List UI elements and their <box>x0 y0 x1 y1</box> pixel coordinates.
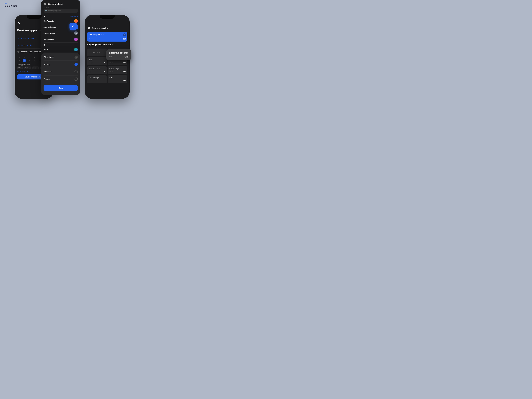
executive-package-card[interactable]: Executive package 1 hr $40 <box>87 66 107 74</box>
cal-day-5[interactable]: 5 <box>37 59 41 62</box>
service-price: $40 <box>103 71 105 73</box>
scissors-icon <box>17 44 20 47</box>
service-selected-checkmark: ✓ <box>123 33 126 36</box>
select-client-title: Select a client <box>48 3 63 5</box>
tooltip-duration: 1 hr <box>109 56 112 58</box>
select-service-title: Select a service <box>92 27 108 29</box>
morning-label: Morning <box>44 63 75 65</box>
selected-service-name: Men's clipper cut <box>89 34 126 36</box>
search-icon: 🔍 <box>45 10 47 12</box>
section-b-header: B <box>44 44 78 46</box>
afternoon-option[interactable]: Afternoon <box>41 68 80 75</box>
search-label: SEARCH <box>44 7 78 8</box>
tooltip-service-name: Executive package <box>109 51 128 54</box>
service-price: $40 <box>123 62 126 64</box>
client-row-caroline-arwen[interactable]: Caroline Arwen CA <box>44 30 78 36</box>
search-placeholder: Start typing name <box>48 10 61 12</box>
morning-option[interactable]: Morning ✓ <box>41 61 80 68</box>
cal-letter-w: W <box>32 57 36 58</box>
evening-option[interactable]: Evening <box>41 76 80 83</box>
svg-point-2 <box>19 45 19 46</box>
filter-times-title: Filter times <box>44 56 54 58</box>
head-massage-card-2[interactable]: Head massage <box>87 75 107 83</box>
service-price: $40 <box>123 80 126 82</box>
selected-service-duration: 30 min <box>89 38 93 40</box>
client-avatar <box>74 38 78 41</box>
section-letter-a: A <box>44 15 45 17</box>
service-duration: 30 min <box>89 62 93 64</box>
phone-filter-times: Filter times × Morning ✓ Afternoon Eveni… <box>41 53 80 95</box>
no-thanks-card[interactable]: No, thanks <box>87 49 107 56</box>
clock-icon <box>17 64 19 65</box>
filter-close-button[interactable]: × <box>75 56 78 59</box>
afternoon-label: Afternoon <box>44 71 75 73</box>
no-thanks-label: No, thanks <box>93 52 101 53</box>
service-duration: 1 hr <box>89 71 91 73</box>
cal-day-4[interactable]: 4 <box>32 59 36 62</box>
section-letter-b: B <box>44 44 45 46</box>
client-avatar <box>74 48 78 51</box>
cal-letter-s: S <box>17 57 22 58</box>
client-row-mel-b[interactable]: Mel B <box>44 47 78 53</box>
time-slot-9am[interactable]: 9:00am <box>17 66 23 69</box>
service-meta: 30 min $40 <box>89 62 105 64</box>
service-meta: 30 min $40 <box>109 62 126 64</box>
morning-radio: ✓ <box>75 63 78 66</box>
tooltip-price: $40 <box>125 55 128 58</box>
color-card[interactable]: Color 30 min $40 <box>87 57 107 65</box>
page-title: BOOKING <box>5 5 17 7</box>
service-name: Head massage <box>89 77 105 79</box>
add-section: Anything you wish to add? <box>85 44 130 49</box>
close-button-service[interactable] <box>87 26 91 30</box>
cal-letter-m: M <box>22 57 27 58</box>
service-name: Unique design <box>109 68 126 70</box>
client-avatar <box>74 19 78 23</box>
filter-times-header: Filter times × <box>41 53 80 61</box>
selected-service-card: Men's clipper cut 30 min $40 ✓ <box>87 32 127 42</box>
add-section-title: Anything you wish to add? <box>87 44 127 46</box>
suggested-times-label: Suggested times <box>19 64 30 65</box>
phone-notch-4 <box>100 15 115 19</box>
client-row-ben-augustin-2[interactable]: Ben Augustin <box>44 36 78 43</box>
client-name: Ben Augustin <box>44 38 74 40</box>
client-name: Ben Augustin <box>44 20 74 22</box>
svg-point-1 <box>18 45 18 46</box>
service-duration: 30 min <box>109 62 113 64</box>
service-name: Executive package <box>89 68 105 70</box>
service-name: Color <box>89 59 105 61</box>
afternoon-radio <box>75 70 78 73</box>
service-duration: 30 min <box>109 71 113 73</box>
phone-notch <box>27 15 42 19</box>
time-slot-10am[interactable]: 10:00am <box>24 66 31 69</box>
svg-point-0 <box>18 38 19 38</box>
cal-day-3[interactable]: 3 <box>27 59 32 62</box>
svg-rect-3 <box>18 51 19 52</box>
divider <box>44 83 78 83</box>
filter-save-button[interactable]: Save <box>44 85 78 91</box>
tooltip-meta: 1 hr $40 <box>109 55 128 58</box>
client-name: Mel B <box>44 49 74 51</box>
select-service-header: Select a service <box>85 26 130 32</box>
section-a-header: A Add a client <box>44 15 78 17</box>
time-slot-12pm[interactable]: 12:00pm <box>32 66 39 69</box>
calendar-icon <box>17 50 20 53</box>
service-meta: $40 <box>109 80 126 82</box>
service-name: Color <box>109 77 126 79</box>
cal-letter-t: T <box>27 57 32 58</box>
service-price: $40 <box>103 62 105 64</box>
evening-radio <box>75 77 78 81</box>
cal-day-1[interactable]: 1 <box>17 59 22 62</box>
cal-letter-t2: T <box>37 57 41 58</box>
close-button[interactable] <box>44 2 47 6</box>
color-card-2[interactable]: Color $40 <box>108 75 127 83</box>
confirm-selection-button[interactable]: ✓ <box>70 23 77 30</box>
executive-package-tooltip: Executive package 1 hr $40 <box>106 49 131 60</box>
close-button[interactable] <box>17 21 21 25</box>
client-name: Caroline Arwen <box>44 32 74 34</box>
cal-day-2[interactable]: 2 <box>23 59 26 62</box>
search-box[interactable]: 🔍 Start typing name <box>44 9 78 13</box>
add-client-link[interactable]: Add a client <box>70 15 78 17</box>
service-meta: 30 min $40 <box>109 71 126 73</box>
evening-label: Evening <box>44 78 75 80</box>
unique-design-card-2[interactable]: Unique design 30 min $40 <box>108 66 127 74</box>
